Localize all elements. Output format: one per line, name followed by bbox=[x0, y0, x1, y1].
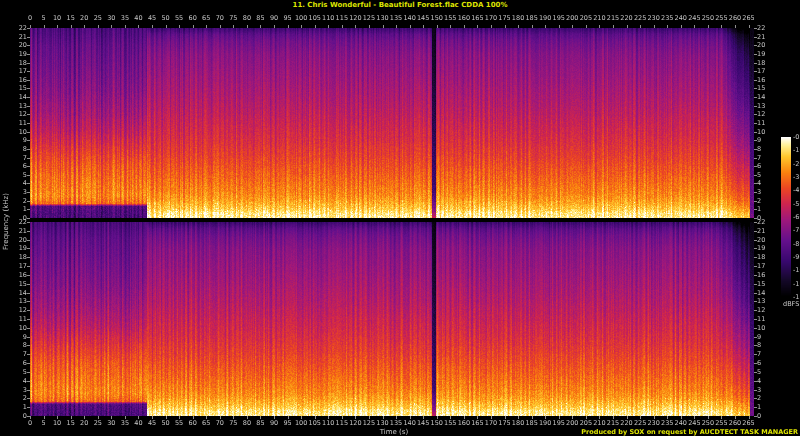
y-tick-mark bbox=[754, 293, 757, 294]
y-tick-label-right: 18 bbox=[757, 59, 771, 67]
x-tick-mark bbox=[57, 25, 58, 28]
y-tick-label-left: 8 bbox=[8, 341, 27, 349]
x-tick-mark bbox=[708, 416, 709, 419]
y-tick-mark bbox=[754, 158, 757, 159]
x-tick-mark bbox=[111, 25, 112, 28]
y-tick-mark bbox=[27, 284, 30, 285]
x-tick-mark bbox=[450, 416, 451, 419]
y-tick-mark bbox=[754, 390, 757, 391]
x-tick-mark bbox=[288, 25, 289, 28]
axes-layer: 0055101015152020252530303535404045455050… bbox=[0, 0, 800, 436]
footer-credit: Produced by SOX on request by AUCDTECT T… bbox=[581, 428, 798, 436]
x-tick-mark bbox=[247, 25, 248, 28]
y-tick-mark bbox=[27, 54, 30, 55]
y-tick-label-right: 7 bbox=[757, 154, 771, 162]
x-tick-mark bbox=[328, 416, 329, 419]
x-tick-mark bbox=[545, 416, 546, 419]
y-tick-label-right: 4 bbox=[757, 179, 771, 187]
y-tick-label-right: 1 bbox=[757, 403, 771, 411]
y-tick-mark bbox=[27, 63, 30, 64]
y-tick-label-left: 14 bbox=[8, 93, 27, 101]
x-tick-mark bbox=[84, 416, 85, 419]
x-tick-mark bbox=[233, 25, 234, 28]
colorbar-tick-label: -40 bbox=[793, 186, 800, 194]
x-tick-mark bbox=[640, 416, 641, 419]
y-tick-label-left: 22 bbox=[8, 24, 27, 32]
x-tick-mark bbox=[505, 25, 506, 28]
y-tick-label-left: 15 bbox=[8, 84, 27, 92]
y-tick-label-right: 0 bbox=[757, 412, 771, 420]
x-tick-mark bbox=[369, 25, 370, 28]
y-tick-mark bbox=[754, 319, 757, 320]
y-tick-mark bbox=[754, 106, 757, 107]
y-tick-mark bbox=[754, 149, 757, 150]
y-tick-label-right: 19 bbox=[757, 50, 771, 58]
y-tick-label-left: 5 bbox=[8, 171, 27, 179]
y-tick-label-right: 3 bbox=[757, 188, 771, 196]
y-tick-mark bbox=[27, 80, 30, 81]
y-tick-mark bbox=[27, 319, 30, 320]
y-tick-label-left: 21 bbox=[8, 33, 27, 41]
y-tick-mark bbox=[754, 45, 757, 46]
y-tick-mark bbox=[754, 140, 757, 141]
x-tick-mark bbox=[735, 416, 736, 419]
y-tick-mark bbox=[754, 80, 757, 81]
x-tick-mark bbox=[152, 25, 153, 28]
y-tick-mark bbox=[754, 416, 757, 417]
x-tick-mark bbox=[491, 416, 492, 419]
y-tick-mark bbox=[754, 240, 757, 241]
x-tick-mark bbox=[749, 25, 750, 28]
y-tick-mark bbox=[754, 284, 757, 285]
x-tick-mark bbox=[694, 416, 695, 419]
x-tick-mark bbox=[288, 416, 289, 419]
x-tick-mark bbox=[206, 25, 207, 28]
y-tick-label-right: 12 bbox=[757, 306, 771, 314]
y-tick-label-left: 8 bbox=[8, 145, 27, 153]
x-tick-mark bbox=[193, 416, 194, 419]
x-tick-mark bbox=[450, 25, 451, 28]
y-tick-mark bbox=[27, 140, 30, 141]
x-tick-mark bbox=[654, 25, 655, 28]
x-tick-label-top: 265 bbox=[741, 14, 757, 22]
x-tick-mark bbox=[125, 416, 126, 419]
y-tick-label-right: 13 bbox=[757, 297, 771, 305]
y-tick-mark bbox=[754, 123, 757, 124]
y-tick-mark bbox=[754, 37, 757, 38]
x-tick-mark bbox=[301, 416, 302, 419]
y-tick-mark bbox=[27, 209, 30, 210]
y-tick-label-left: 18 bbox=[8, 253, 27, 261]
x-tick-mark bbox=[44, 416, 45, 419]
y-tick-mark bbox=[27, 45, 30, 46]
x-tick-mark bbox=[559, 416, 560, 419]
y-tick-mark bbox=[27, 132, 30, 133]
x-tick-mark bbox=[57, 416, 58, 419]
x-tick-mark bbox=[396, 416, 397, 419]
y-tick-mark bbox=[27, 372, 30, 373]
x-tick-mark bbox=[735, 25, 736, 28]
y-tick-label-left: 5 bbox=[8, 368, 27, 376]
y-tick-label-right: 10 bbox=[757, 128, 771, 136]
colorbar-tick-label: -0 bbox=[793, 133, 800, 141]
x-tick-mark bbox=[152, 416, 153, 419]
y-tick-label-right: 12 bbox=[757, 110, 771, 118]
y-tick-label-left: 12 bbox=[8, 306, 27, 314]
y-tick-label-left: 15 bbox=[8, 280, 27, 288]
y-tick-label-left: 18 bbox=[8, 59, 27, 67]
x-tick-mark bbox=[532, 416, 533, 419]
y-tick-label-right: 22 bbox=[757, 24, 771, 32]
y-tick-label-right: 10 bbox=[757, 324, 771, 332]
y-tick-mark bbox=[754, 328, 757, 329]
x-tick-mark bbox=[328, 25, 329, 28]
y-tick-mark bbox=[754, 183, 757, 184]
y-tick-label-right: 19 bbox=[757, 244, 771, 252]
y-tick-label-right: 8 bbox=[757, 341, 771, 349]
y-tick-label-left: 2 bbox=[8, 197, 27, 205]
x-tick-mark bbox=[477, 25, 478, 28]
x-tick-mark bbox=[315, 25, 316, 28]
colorbar-tick-label: -100 bbox=[793, 266, 800, 274]
y-tick-mark bbox=[27, 175, 30, 176]
x-tick-mark bbox=[586, 416, 587, 419]
x-tick-mark bbox=[166, 416, 167, 419]
y-tick-label-right: 17 bbox=[757, 67, 771, 75]
x-tick-mark bbox=[505, 416, 506, 419]
